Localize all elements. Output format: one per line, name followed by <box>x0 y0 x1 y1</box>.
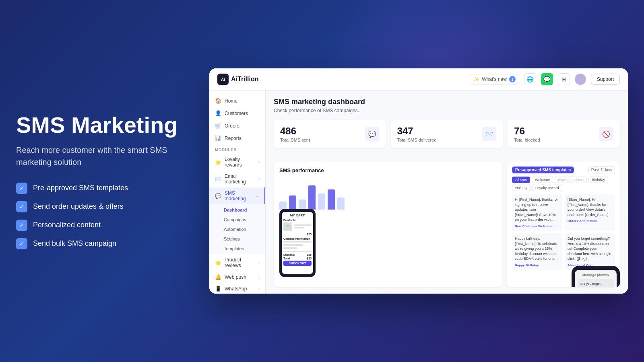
grid-icon: ⊞ <box>561 76 566 82</box>
sidebar-module-whatsapp[interactable]: 📱 WhatsApp › <box>209 283 265 294</box>
sidebar-module-email[interactable]: ✉️ Email marketing › <box>209 171 265 187</box>
dashboard-subtitle: Check performance of SMS campaigns. <box>274 108 620 113</box>
sidebar-item-customers[interactable]: 👤 Customers <box>209 107 265 119</box>
email-chevron: › <box>258 177 260 181</box>
tab-all-sms[interactable]: All sms <box>512 177 530 183</box>
template-text-2: [Store_Name]: Hi [First_Name], thanks fo… <box>568 197 612 217</box>
webpush-chevron: › <box>258 275 260 279</box>
chart-bar-7 <box>337 197 345 210</box>
sidebar-item-reports[interactable]: 📊 Reports <box>209 132 265 144</box>
sidebar-item-home[interactable]: 🏠 Home <box>209 95 265 107</box>
templates-badge: Pre-approved SMS templates <box>512 167 574 173</box>
whats-new-button[interactable]: ✨ What's new 1 <box>470 74 519 84</box>
home-label: Home <box>225 98 237 104</box>
performance-card: SMS performance <box>274 162 502 287</box>
phone-area: MY CART Products 👕 <box>279 213 497 277</box>
stat-sent-label: Total SMS sent <box>280 138 310 142</box>
tab-holiday[interactable]: Holiday <box>512 185 530 191</box>
sms-left: 💬 SMS marketing <box>215 190 256 202</box>
sidebar: 🏠 Home 👤 Customers 🛒 Orders 📊 Reports MO… <box>209 90 266 294</box>
submenu-templates[interactable]: Templates <box>209 244 265 253</box>
check-icon-1: ✓ <box>16 183 27 194</box>
logo-icon: Ai <box>217 74 229 85</box>
check-icon-3: ✓ <box>16 220 27 231</box>
phone-mockup: MY CART Products 👕 <box>279 209 316 277</box>
hero-title: SMS Marketing <box>16 113 185 138</box>
feature-label-3: Personalized content <box>33 221 101 229</box>
performance-title: SMS performance <box>279 167 497 173</box>
loyalty-chevron: › <box>258 160 260 164</box>
tab-loyalty[interactable]: Loyalty reward <box>532 185 562 191</box>
phone-total-row: Total $25 <box>283 257 312 260</box>
sms-chevron: ⌄ <box>256 194 259 198</box>
stat-sent-info: 486 Total SMS sent <box>280 125 310 142</box>
main-content: SMS marketing dashboard Check performanc… <box>266 90 628 294</box>
phone-subtotal-row: Subtotal $25 <box>283 253 312 256</box>
email-icon: ✉️ <box>215 176 221 182</box>
reviews-icon: ⭐ <box>215 260 221 266</box>
webpush-label: Web push <box>225 274 246 280</box>
user-avatar[interactable] <box>575 74 586 85</box>
stat-blocked-icon: 🚫 <box>599 127 613 141</box>
header-actions: ✨ What's new 1 🌐 💬 ⊞ Support <box>470 73 620 85</box>
chart-bar-1 <box>279 202 287 210</box>
app-logo: Ai AiTrillion <box>217 74 258 85</box>
submenu-dashboard[interactable]: Dashboard <box>209 205 265 215</box>
template-item-2: [Store_Name]: Hi [First_Name], thanks fo… <box>565 194 615 231</box>
bottom-section: SMS performance <box>266 162 628 294</box>
template-tag-1: New Customer Welcome <box>515 224 559 228</box>
loyalty-label: Loyalty rewards <box>225 156 258 168</box>
whats-new-label: What's new <box>482 76 507 82</box>
customers-label: Customers <box>225 111 248 116</box>
sidebar-module-sms[interactable]: 💬 SMS marketing ⌄ <box>209 187 265 204</box>
stat-blocked-number: 76 <box>514 125 540 137</box>
loyalty-left: ⭐ Loyalty rewards <box>215 156 258 168</box>
templates-card: Pre-approved SMS templates Past 7 days A… <box>507 162 620 287</box>
reports-icon: 📊 <box>215 135 221 141</box>
grid-button[interactable]: ⊞ <box>558 73 570 85</box>
chart-area <box>279 177 497 210</box>
language-button[interactable]: 🌐 <box>524 73 536 85</box>
reviews-left: ⭐ Product reviews <box>215 257 258 268</box>
sidebar-module-webpush[interactable]: 🔔 Web push › <box>209 271 265 283</box>
templates-filter[interactable]: Past 7 days <box>588 167 615 173</box>
stat-delivered-number: 347 <box>397 125 437 137</box>
app-header: Ai AiTrillion ✨ What's new 1 🌐 💬 ⊞ <box>209 68 628 90</box>
product-line-2 <box>294 227 304 228</box>
phone-contact-lines <box>283 241 312 250</box>
sidebar-module-reviews[interactable]: ⭐ Product reviews › <box>209 254 265 271</box>
tab-welcome[interactable]: Welcome <box>532 177 553 183</box>
sidebar-item-orders[interactable]: 🛒 Orders <box>209 119 265 132</box>
phone-checkout-btn[interactable]: CHECKOUT <box>283 261 312 266</box>
dashboard-inner: SMS marketing dashboard Check performanc… <box>266 90 628 162</box>
whatsapp-left: 📱 WhatsApp <box>215 286 247 292</box>
sparkle-icon: ✨ <box>473 76 479 82</box>
check-icon-4: ✓ <box>16 238 27 249</box>
template-text-3: Happy birthday, [First_Name]! To celebra… <box>515 236 559 261</box>
submenu-automation[interactable]: Automation <box>209 224 265 234</box>
sms-status-icon: 💬 <box>541 73 553 85</box>
feature-label-2: Send order updates & offers <box>33 202 124 211</box>
home-icon: 🏠 <box>215 98 221 104</box>
template-item-1: Hi [First_Name], thanks for signing up t… <box>512 194 562 231</box>
page-wrapper: SMS Marketing Reach more customer with t… <box>16 16 628 346</box>
msg-bubble: Did you forget something? Here's a 10% d… <box>577 279 614 287</box>
support-button[interactable]: Support <box>591 74 620 85</box>
chart-bar-4 <box>308 185 316 210</box>
language-icon: 🌐 <box>526 76 533 82</box>
sidebar-module-loyalty[interactable]: ⭐ Loyalty rewards › <box>209 154 265 171</box>
tab-birthday[interactable]: Birthday <box>588 177 608 183</box>
whats-new-badge: 1 <box>509 76 516 82</box>
chart-bar-3 <box>299 200 306 210</box>
submenu-settings[interactable]: Settings <box>209 234 265 244</box>
template-item-4: Did you forget something? Here's a 10% d… <box>565 233 615 270</box>
stat-blocked-label: Total blocked <box>514 138 540 142</box>
tab-abandoned[interactable]: Abandoned cart <box>555 177 587 183</box>
phone-screen: MY CART Products 👕 <box>282 212 313 274</box>
submenu-campaigns[interactable]: Campaigns <box>209 215 265 224</box>
contact-line-3 <box>283 247 297 249</box>
left-side: SMS Marketing Reach more customer with t… <box>16 113 185 249</box>
webpush-left: 🔔 Web push <box>215 274 246 280</box>
customers-icon: 👤 <box>215 110 221 116</box>
stat-delivered-icon: 📨 <box>482 127 496 141</box>
